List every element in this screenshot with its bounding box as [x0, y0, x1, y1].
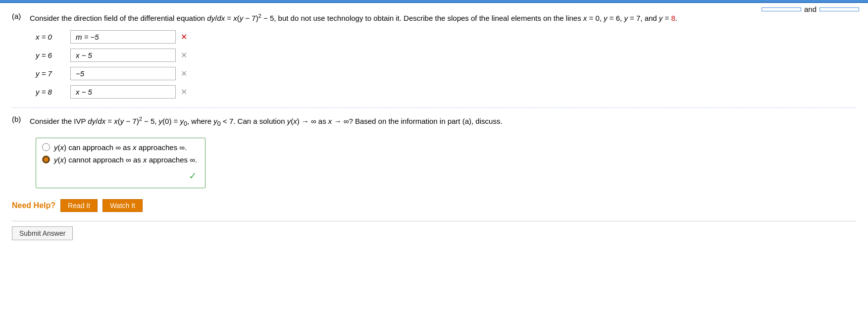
part-b-label: (b): [12, 115, 26, 123]
option-2-row: y(x) cannot approach ∞ as x approaches ∞…: [42, 156, 197, 164]
check-icon-y6[interactable]: ✕: [181, 51, 187, 60]
check-icon-x0[interactable]: ✕: [181, 32, 187, 42]
top-right-btn-1[interactable]: [762, 7, 801, 11]
part-a-question: Consider the direction field of the diff…: [30, 12, 677, 24]
part-a-label: (a): [12, 12, 26, 20]
submit-answer-button[interactable]: Submit Answer: [12, 226, 73, 240]
bottom-divider: [12, 221, 856, 221]
need-help-label: Need Help?: [12, 201, 55, 210]
row-label-x0: x = 0: [36, 33, 65, 41]
check-icon-y8[interactable]: ✕: [181, 87, 187, 97]
answer-row-x0: x = 0 ✕: [36, 30, 856, 44]
watch-it-button[interactable]: Watch It: [102, 199, 143, 212]
part-a-section: (a) Consider the direction field of the …: [12, 12, 856, 24]
need-help-row: Need Help? Read It Watch It: [12, 199, 856, 212]
part-b-section: (b) Consider the IVP dy/dx = x(y − 7)2 −…: [12, 115, 856, 135]
top-right-btn-2[interactable]: [819, 7, 859, 11]
top-right-area: and: [762, 5, 859, 13]
option-1-label[interactable]: y(x) can approach ∞ as x approaches ∞.: [54, 143, 187, 152]
green-checkmark: ✓: [189, 170, 197, 182]
section-divider: [12, 107, 856, 108]
row-label-y6: y = 6: [36, 51, 65, 59]
part-b-options: y(x) can approach ∞ as x approaches ∞. y…: [36, 138, 205, 188]
option-1-row: y(x) can approach ∞ as x approaches ∞.: [42, 143, 197, 152]
answer-input-y8[interactable]: [70, 85, 176, 99]
and-text: and: [804, 5, 817, 13]
row-label-y7: y = 7: [36, 69, 65, 78]
main-content: (a) Consider the direction field of the …: [0, 3, 868, 250]
part-a-answers: x = 0 ✕ y = 6 ✕ y = 7 ✕ y = 8 ✕: [36, 30, 856, 99]
answer-row-y7: y = 7 ✕: [36, 67, 856, 80]
read-it-button[interactable]: Read It: [60, 199, 98, 212]
row-label-y8: y = 8: [36, 88, 65, 96]
option-2-label[interactable]: y(x) cannot approach ∞ as x approaches ∞…: [54, 156, 197, 164]
option-1-radio[interactable]: [42, 143, 50, 151]
part-b-question: Consider the IVP dy/dx = x(y − 7)2 − 5, …: [30, 115, 503, 129]
answer-row-y8: y = 8 ✕: [36, 85, 856, 99]
check-icon-y7[interactable]: ✕: [181, 69, 187, 78]
answer-input-x0[interactable]: [70, 30, 176, 44]
answer-input-y6[interactable]: [70, 49, 176, 62]
option-2-radio[interactable]: [42, 156, 50, 163]
answer-input-y7[interactable]: [70, 67, 176, 80]
answer-row-y6: y = 6 ✕: [36, 49, 856, 62]
